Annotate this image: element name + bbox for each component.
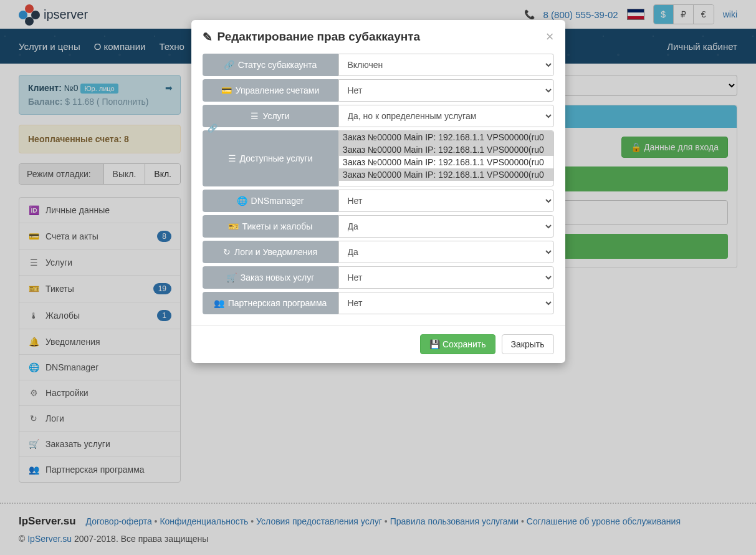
field-icon: 👥 — [214, 298, 224, 308]
field-label: ☰Услуги — [203, 105, 338, 127]
field-label: 🌐DNSmanager — [203, 190, 338, 212]
field-select[interactable]: Да — [338, 241, 554, 263]
field-label: ↻Логи и Уведомления — [203, 241, 338, 263]
edit-icon: ✎ — [203, 30, 213, 44]
form-row: 🔗Статус субаккаунта Включен — [203, 54, 554, 76]
field-label: 🛒Заказ новых услуг — [203, 266, 338, 289]
form-row: ↻Логи и Уведомления Да — [203, 241, 554, 263]
link-icon: 🔗 — [208, 123, 218, 133]
service-option[interactable]: Заказ №00000 Main IP: 192.168.1.1 VPS000… — [339, 143, 553, 156]
list-icon: ☰ — [228, 153, 236, 163]
form-row: 💳Управление счетами Нет — [203, 79, 554, 102]
field-select[interactable]: Да — [338, 215, 554, 238]
field-select[interactable]: Нет — [338, 266, 554, 289]
form-row: 🛒Заказ новых услуг Нет — [203, 266, 554, 289]
field-select[interactable]: Нет — [338, 190, 554, 212]
field-label: 💳Управление счетами — [203, 79, 338, 102]
service-option[interactable]: Заказ №00000 Main IP: 192.168.1.1 VPS000… — [339, 131, 553, 143]
field-select[interactable]: Нет — [338, 292, 554, 314]
field-icon: ↻ — [223, 247, 231, 257]
edit-subaccount-modal: ✎ Редактирование прав субаккаунта × 🔗Ста… — [191, 20, 565, 363]
available-services-select[interactable]: Заказ №00000 Main IP: 192.168.1.1 VPS000… — [338, 130, 554, 186]
modal-title: Редактирование прав субаккаунта — [218, 30, 421, 44]
field-icon: 🔗 — [224, 60, 234, 70]
field-icon: 💳 — [221, 85, 232, 95]
form-row: 👥Партнерская программа Нет — [203, 292, 554, 314]
form-row: 🌐DNSmanager Нет — [203, 190, 554, 212]
field-icon: 🛒 — [226, 273, 237, 282]
field-icon: 🌐 — [237, 196, 247, 206]
field-label: ☰Доступные услуги — [203, 130, 338, 186]
field-label: 🔗Статус субаккаунта — [203, 54, 338, 76]
service-option[interactable]: Заказ №00000 Main IP: 192.168.1.1 VPS000… — [339, 156, 553, 168]
service-option[interactable]: Заказ №00000 Main IP: 192.168.1.1 VPS000… — [339, 168, 553, 181]
field-label: 👥Партнерская программа — [203, 292, 338, 314]
field-icon: 🎫 — [228, 221, 239, 231]
form-row: 🎫Тикеты и жалобы Да — [203, 215, 554, 238]
field-select[interactable]: Да, но к определенным услугам — [338, 105, 554, 127]
form-row: ☰Услуги Да, но к определенным услугам — [203, 105, 554, 127]
save-icon: 💾 — [429, 339, 440, 349]
close-button[interactable]: Закрыть — [502, 334, 554, 354]
available-services-row: 🔗 ☰Доступные услуги Заказ №00000 Main IP… — [203, 130, 554, 186]
save-button[interactable]: 💾 Сохранить — [420, 334, 495, 354]
field-select[interactable]: Нет — [338, 79, 554, 102]
field-label: 🎫Тикеты и жалобы — [203, 215, 338, 238]
field-select[interactable]: Включен — [338, 54, 554, 76]
save-label: Сохранить — [443, 339, 486, 349]
field-icon: ☰ — [251, 111, 259, 121]
close-icon[interactable]: × — [546, 29, 554, 45]
